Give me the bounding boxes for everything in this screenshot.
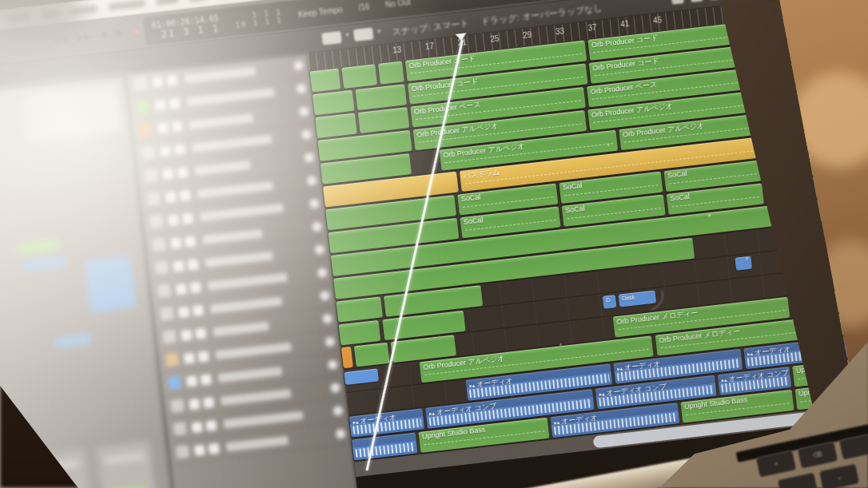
solo-button[interactable] [185,236,196,247]
photo-of-laptop: ◀◀▶▶■▶●⟳ 01:00:26:14.65 21 3 1 1 1 1 1 1… [0,0,868,488]
track-round-button[interactable] [317,268,328,278]
view-button-icon[interactable] [671,0,684,5]
solo-button[interactable] [209,443,220,454]
mute-button[interactable] [165,192,177,203]
drag-menu[interactable]: オーバーラップなし [522,2,603,23]
snap-label: スナップ: [392,22,431,38]
solo-button[interactable] [190,282,201,293]
track-round-button[interactable] [301,129,312,140]
mute-button[interactable] [194,445,205,456]
channel-strip-output[interactable] [97,441,173,488]
track-round-button[interactable] [293,60,304,70]
mute-button[interactable] [154,99,165,110]
mute-button[interactable] [184,352,195,363]
mute-button[interactable] [181,329,192,340]
track-icon [176,445,190,459]
stop-button[interactable]: ■ [101,26,108,43]
mute-button[interactable] [160,145,171,157]
ruler-bar-number: 33 [555,26,564,36]
region-chip-blue[interactable] [735,256,752,271]
lcd-locators: 1 1 1 19 1 1 1 [226,7,291,30]
mute-button[interactable] [191,422,202,433]
region-parameter-box[interactable] [23,85,122,141]
inspector-green-button[interactable] [16,239,61,254]
region-midi-green[interactable] [341,64,377,89]
region-midi-green[interactable] [315,113,357,138]
track-round-button[interactable] [312,221,322,232]
solo-button[interactable] [197,351,209,362]
track-round-button[interactable] [332,406,343,416]
division[interactable]: /16 [350,1,378,13]
region-label: SoCal [460,192,480,203]
track-icon [165,353,179,367]
region-label: SoCal [667,169,687,180]
track-icon [154,260,169,275]
track-round-button[interactable] [330,383,340,393]
tempo-mode[interactable]: Keep Tempo [289,4,351,20]
arrange-area: 131721252933374145 Orb Producer コードOrb P… [308,0,868,488]
mute-button[interactable] [162,169,173,180]
track-round-button[interactable] [325,336,335,347]
inspector-blue-button-2[interactable] [53,334,92,348]
view-button-icon[interactable] [690,0,703,2]
solo-button[interactable] [179,190,190,201]
track-name-blurred [197,181,273,199]
region-chip-blue[interactable]: D [603,295,617,309]
record-button[interactable]: ● [133,22,141,39]
track-round-button[interactable] [304,153,314,163]
region-midi-orange[interactable] [341,347,353,368]
solo-button[interactable] [174,144,185,155]
solo-button[interactable] [205,420,217,431]
snap-menu[interactable]: スマート [432,18,469,34]
region-midi-green[interactable] [313,90,355,115]
track-round-button[interactable] [322,313,332,323]
mute-button[interactable] [178,307,189,318]
solo-button[interactable] [187,259,198,270]
solo-button[interactable] [193,305,204,316]
mute-button[interactable] [173,260,184,272]
menu-item-blob[interactable] [156,0,179,6]
lcd-time-position: 01:00:26:14.65 21 3 1 1 [143,12,228,42]
solo-button[interactable] [195,327,206,339]
mute-button[interactable] [168,214,179,225]
track-round-button[interactable] [328,359,338,370]
region-midi-green[interactable] [378,61,404,84]
track-round-button[interactable] [296,83,306,93]
mute-button[interactable] [152,77,163,88]
track-round-button[interactable] [320,291,330,301]
play-button[interactable]: ▶ [116,25,125,42]
command-click-tool-menu[interactable] [353,27,374,42]
track-round-button[interactable] [306,176,317,186]
menu-item-blob[interactable] [189,0,206,2]
solo-button[interactable] [177,167,188,178]
region-midi-green[interactable] [354,343,390,367]
mute-button[interactable] [189,399,200,410]
mute-button[interactable] [170,237,181,248]
solo-button[interactable] [182,212,193,224]
region-midi-green[interactable] [339,320,381,345]
solo-button[interactable] [166,74,177,85]
solo-button[interactable] [201,374,212,385]
ruler-bar-number: 41 [620,19,630,29]
laptop-screen: ◀◀▶▶■▶●⟳ 01:00:26:14.65 21 3 1 1 1 1 1 1… [0,0,868,488]
inspector-selected-box[interactable] [85,255,137,312]
track-name-blurred [202,229,263,244]
mute-button[interactable] [157,122,169,133]
track-round-button[interactable] [299,106,309,117]
menu-item-blob[interactable] [108,0,145,11]
inspector-blue-button[interactable] [20,256,67,272]
region-midi-green[interactable] [310,69,341,93]
mute-button[interactable] [186,375,197,387]
track-round-button[interactable] [314,244,325,255]
pointer-tool-menu[interactable] [321,31,342,46]
region-midi-green[interactable] [336,296,383,322]
solo-button[interactable] [169,97,180,109]
region-chip-blue[interactable] [344,368,379,385]
track-name-blurred [205,251,273,268]
track-round-button[interactable] [336,429,346,439]
solo-button[interactable] [203,397,214,408]
solo-button[interactable] [172,121,183,132]
region-label: D [606,297,611,304]
mute-button[interactable] [176,284,187,295]
track-round-button[interactable] [309,198,320,208]
